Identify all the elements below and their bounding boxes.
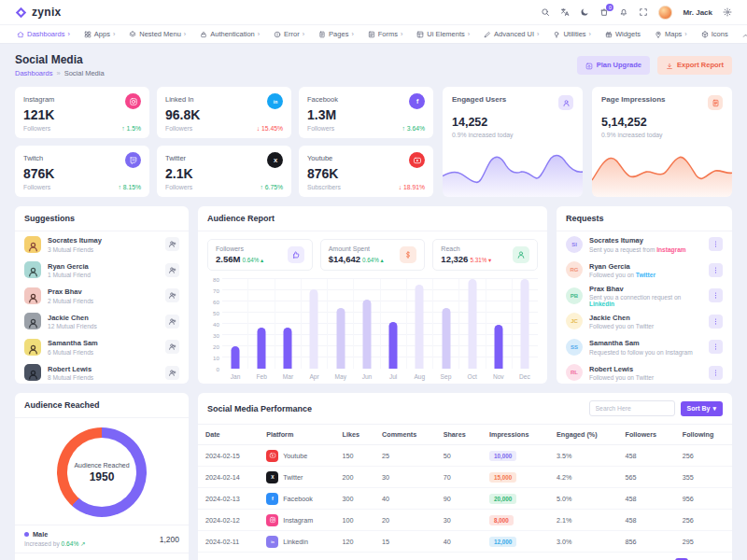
follower-count: 96.8K (165, 107, 283, 122)
cell-shares: 40 (436, 531, 482, 553)
more-options-button[interactable] (709, 263, 723, 277)
box-icon (701, 31, 709, 38)
menu-item-pages[interactable]: Pages› (318, 30, 354, 38)
add-friend-button[interactable] (165, 288, 179, 302)
engaged-users-sparkline (443, 145, 583, 197)
suggestion-row: Ryan Gercia1 Mutual Friend (15, 258, 189, 284)
breadcrumb-dashboards[interactable]: Dashboards (15, 69, 52, 77)
stat-value: $14,6420.64% ▴ (329, 254, 384, 264)
add-friend-button[interactable] (165, 315, 179, 329)
platform-link[interactable]: Twitter (636, 272, 655, 278)
cell-following: 956 (675, 488, 732, 510)
bar-apr[interactable] (310, 289, 318, 369)
table-row: 2024-02-11inLinkedin120154012,0003.0%856… (198, 531, 732, 553)
more-options-button[interactable] (709, 237, 723, 251)
bar-column-apr (301, 279, 327, 369)
cell-following: 355 (675, 467, 732, 488)
menu-item-chart[interactable]: Chart› (742, 30, 747, 38)
menu-item-apps[interactable]: Apps› (84, 30, 115, 38)
twitter-x-icon: X (271, 156, 280, 165)
more-options-button[interactable] (709, 288, 723, 302)
search-icon[interactable] (541, 7, 550, 17)
social-stat-cards: Instagram121KFollowers↑ 1.5%Linked Inin9… (15, 87, 433, 197)
bar-oct[interactable] (468, 279, 476, 369)
more-options-button[interactable] (709, 315, 723, 329)
add-friend-button[interactable] (165, 366, 179, 380)
bar-dec[interactable] (521, 279, 529, 369)
pen-icon (484, 31, 491, 38)
notifications-icon[interactable] (619, 7, 628, 17)
brand-logo[interactable]: zynix (15, 4, 62, 21)
user-icon (27, 241, 39, 253)
add-friend-button[interactable] (165, 263, 179, 277)
page-content: Social Media DashboardsSocial Media Plan… (0, 44, 747, 560)
menu-item-forms[interactable]: Forms› (368, 30, 403, 38)
translate-icon[interactable] (560, 7, 570, 17)
menu-item-advanced-ui[interactable]: Advanced UI› (484, 30, 539, 38)
metric-label: Followers (23, 184, 50, 190)
cart-icon[interactable]: 0 (599, 7, 609, 17)
menu-label: Ui Elements (427, 30, 464, 38)
breadcrumb-current: Social Media (64, 69, 105, 77)
bar-column-sep (432, 279, 458, 369)
user-avatar[interactable] (658, 6, 672, 20)
cell-comments: 20 (374, 510, 436, 531)
bar-feb[interactable] (257, 328, 265, 369)
bar-column-jan (222, 279, 247, 369)
bar-aug[interactable] (416, 285, 424, 369)
legend-dot (24, 532, 29, 537)
col-header-followers: Followers (618, 425, 675, 445)
menu-item-authentication[interactable]: Authentication› (200, 30, 260, 38)
platform-name: Twitch (23, 154, 43, 162)
bar-nov[interactable] (495, 325, 503, 369)
avatar (24, 236, 41, 253)
menu-item-maps[interactable]: Maps› (655, 30, 687, 38)
menu-item-ui-elements[interactable]: Ui Elements› (416, 30, 470, 38)
y-tick-label: 0 (217, 366, 219, 372)
plan-upgrade-button[interactable]: Plan Upgrade (577, 56, 650, 74)
svg-text:in: in (271, 539, 275, 544)
search-icon (541, 7, 550, 17)
mutual-friends: 1 Mutual Friend (48, 272, 159, 278)
dark-mode-icon[interactable] (580, 7, 589, 17)
menu-item-utilities[interactable]: Utilities› (553, 30, 591, 38)
bar-jul[interactable] (389, 322, 398, 369)
person-name: Jackie Chen (48, 314, 159, 322)
settings-gear-icon[interactable] (723, 7, 732, 17)
suggestion-row: Socrates Itumay3 Mutual Friends (15, 231, 189, 258)
more-options-button[interactable] (709, 366, 723, 380)
bar-column-jul (380, 279, 406, 369)
sort-by-button[interactable]: Sort By▾ (681, 401, 723, 416)
performance-card: Social Media Performance Sort By▾ DatePl… (198, 393, 732, 560)
export-report-button[interactable]: Export Report (657, 56, 732, 74)
add-friend-button[interactable] (165, 340, 179, 354)
menu-item-icons[interactable]: Icons (701, 30, 728, 38)
menu-label: Apps (94, 30, 110, 38)
fullscreen-icon[interactable] (639, 7, 648, 17)
person-name: Socrates Itumay (589, 236, 702, 245)
bar-sep[interactable] (442, 308, 450, 369)
platform-link[interactable]: Linkedin (589, 301, 614, 307)
add-friend-button[interactable] (165, 237, 179, 251)
stat-change: 5.31% ▾ (470, 257, 491, 263)
bar-mar[interactable] (284, 328, 292, 369)
bar-column-nov (486, 279, 512, 369)
menu-item-widgets[interactable]: Widgets (605, 30, 641, 38)
user-icon (27, 343, 39, 356)
bar-may[interactable] (336, 308, 345, 369)
svg-text:X: X (271, 474, 275, 480)
menu-item-dashboards[interactable]: Dashboards› (17, 30, 70, 38)
menu-item-error[interactable]: Error› (274, 30, 304, 38)
legend-label: Male (24, 530, 86, 539)
thumb-icon (291, 250, 301, 259)
bar-jun[interactable] (362, 300, 371, 369)
bar-column-feb (247, 279, 274, 369)
cell-shares: 70 (436, 467, 482, 488)
initials-avatar: SS (566, 339, 583, 356)
table-search-input[interactable] (589, 400, 675, 416)
platform-link[interactable]: Instagram (656, 246, 686, 253)
menu-item-nested-menu[interactable]: Nested Menu› (129, 30, 186, 38)
x-tick-label: Apr (302, 373, 328, 380)
bar-jan[interactable] (231, 346, 239, 369)
more-options-button[interactable] (709, 340, 723, 354)
